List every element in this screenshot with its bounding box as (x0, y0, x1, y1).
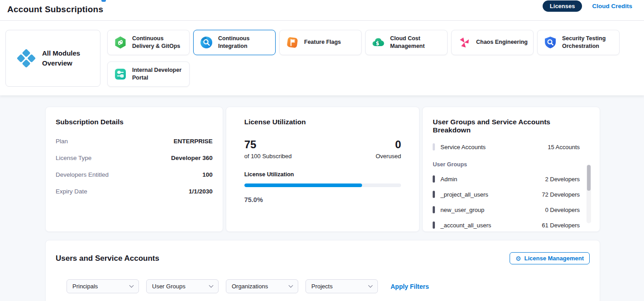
breakdown-card: User Groups and Service Accounts Breakdo… (422, 107, 600, 232)
module-label: Chaos Engineering (476, 38, 528, 47)
group-name: Admin (440, 176, 457, 183)
cloud-cost-icon: $ (372, 36, 385, 49)
license-management-button[interactable]: ⚙ License Management (510, 252, 590, 264)
group-value: 72 Developers (542, 191, 590, 198)
detail-label: Expiry Date (56, 188, 87, 195)
group-value: 0 Developers (545, 207, 590, 213)
continuous-integration-icon (200, 36, 213, 49)
license-utilization-title: License Utilization (244, 118, 401, 126)
user-groups-heading: User Groups (433, 161, 590, 168)
subscription-details-title: Subscription Details (56, 118, 213, 126)
users-service-accounts-card: Users and Service Accounts ⚙ License Man… (45, 240, 600, 301)
module-grid: Continuous Delivery & GitOps Continuous … (107, 30, 628, 87)
users-section-title: Users and Service Accounts (56, 254, 159, 263)
detail-label: Plan (56, 138, 68, 145)
used-block: 75 of 100 Subscribed (244, 139, 292, 160)
content-area: Subscription Details Plan ENTERPRISE Lic… (0, 95, 644, 301)
chevron-down-icon (289, 283, 293, 288)
principals-filter-select[interactable]: Principals (67, 279, 139, 293)
detail-row-expiry-date: Expiry Date 1/1/2030 (56, 188, 213, 195)
filters-row: Principals User Groups Organizations Pro… (67, 279, 590, 293)
detail-value: 100 (202, 171, 213, 178)
header-tabs: Licenses Cloud Credits (543, 0, 632, 12)
license-utilization-card: License Utilization 75 of 100 Subscribed… (226, 107, 420, 232)
licenses-tab[interactable]: Licenses (543, 0, 582, 12)
module-card-continuous-integration[interactable]: Continuous Integration (193, 30, 276, 55)
all-modules-icon (16, 48, 37, 69)
utilization-progress-fill (244, 183, 362, 187)
service-accounts-marker (433, 143, 435, 150)
feature-flags-icon (286, 36, 299, 49)
detail-value: 1/1/2030 (189, 188, 213, 195)
chevron-down-icon (209, 283, 214, 288)
detail-row-developers-entitled: Developers Entitled 100 (56, 171, 213, 178)
group-marker (433, 175, 435, 183)
utilization-progress-track (244, 183, 401, 187)
service-accounts-label: Service Accounts (440, 144, 486, 150)
cloud-credits-tab[interactable]: Cloud Credits (592, 3, 632, 9)
utilization-percent: 75.0% (244, 196, 401, 203)
organizations-filter-select[interactable]: Organizations (226, 279, 298, 293)
utilization-bar-label: License Utilization (244, 171, 401, 178)
chevron-down-icon (368, 283, 373, 288)
user-group-row: _account_all_users 61 Developers (433, 217, 590, 233)
user-group-row: new_user_group 0 Developers (433, 202, 590, 217)
module-card-chaos-engineering[interactable]: Chaos Engineering (451, 30, 534, 55)
license-management-label: License Management (525, 255, 584, 262)
used-caption: of 100 Subscribed (244, 153, 292, 160)
detail-row-license-type: License Type Developer 360 (56, 155, 213, 161)
overused-block: 0 Overused (376, 139, 401, 160)
all-modules-overview-card[interactable]: All Modules Overview (5, 30, 100, 87)
group-value: 61 Developers (542, 222, 590, 229)
detail-value: ENTERPRISE (173, 138, 212, 145)
breakdown-scrollbar-thumb[interactable] (587, 165, 591, 191)
group-marker (433, 191, 435, 198)
group-value: 2 Developers (545, 176, 590, 183)
group-name: new_user_group (440, 207, 484, 213)
group-marker (433, 221, 435, 229)
projects-filter-select[interactable]: Projects (305, 279, 378, 293)
clipped-blue-artifact (101, 0, 106, 2)
module-label: Internal Developer Portal (132, 66, 185, 82)
svg-text:$: $ (376, 40, 379, 47)
module-card-cloud-cost[interactable]: $ Cloud Cost Management (365, 30, 448, 55)
module-card-internal-developer-portal[interactable]: Internal Developer Portal (107, 61, 190, 87)
service-accounts-row: Service Accounts 15 Accounts (433, 143, 590, 150)
breakdown-title: User Groups and Service Accounts Breakdo… (433, 118, 590, 134)
detail-label: License Type (56, 155, 91, 161)
security-testing-icon (544, 36, 557, 49)
breakdown-scrollbar-track[interactable] (587, 165, 591, 223)
user-group-row: _project_all_users 72 Developers (433, 187, 590, 202)
used-count: 75 (244, 139, 292, 150)
internal-developer-portal-icon (114, 67, 127, 81)
chevron-down-icon (129, 283, 134, 288)
module-label: Feature Flags (304, 38, 341, 47)
subscription-details-rows: Plan ENTERPRISE License Type Developer 3… (56, 138, 213, 195)
user-group-row: Admin 2 Developers (433, 171, 590, 187)
user-groups-filter-select[interactable]: User Groups (146, 279, 219, 293)
cd-gitops-icon (114, 36, 127, 49)
module-card-feature-flags[interactable]: Feature Flags (279, 30, 362, 55)
group-name: _account_all_users (440, 222, 491, 229)
module-card-security-testing[interactable]: Security Testing Orchestration (537, 30, 620, 55)
detail-value: Developer 360 (171, 155, 213, 161)
overused-count: 0 (376, 139, 401, 150)
top-bar: Account Subscriptions Licenses Cloud Cre… (0, 0, 644, 21)
select-value: Organizations (232, 283, 268, 290)
select-value: User Groups (152, 283, 186, 290)
summary-cards-row: Subscription Details Plan ENTERPRISE Lic… (45, 107, 600, 232)
module-label: Security Testing Orchestration (562, 35, 615, 51)
service-accounts-value: 15 Accounts (548, 144, 590, 150)
detail-label: Developers Entitled (56, 171, 109, 178)
module-card-cd-gitops[interactable]: Continuous Delivery & GitOps (107, 30, 190, 55)
detail-row-plan: Plan ENTERPRISE (56, 138, 213, 145)
module-label: Continuous Integration (218, 35, 271, 51)
group-name: _project_all_users (440, 191, 488, 198)
overused-caption: Overused (376, 153, 401, 160)
usage-numbers: 75 of 100 Subscribed 0 Overused (244, 139, 401, 160)
apply-filters-button[interactable]: Apply Filters (391, 283, 429, 290)
select-value: Projects (311, 283, 333, 290)
page-title: Account Subscriptions (7, 5, 103, 14)
modules-strip: All Modules Overview Continuous Delivery… (0, 21, 644, 95)
group-marker (433, 206, 435, 213)
